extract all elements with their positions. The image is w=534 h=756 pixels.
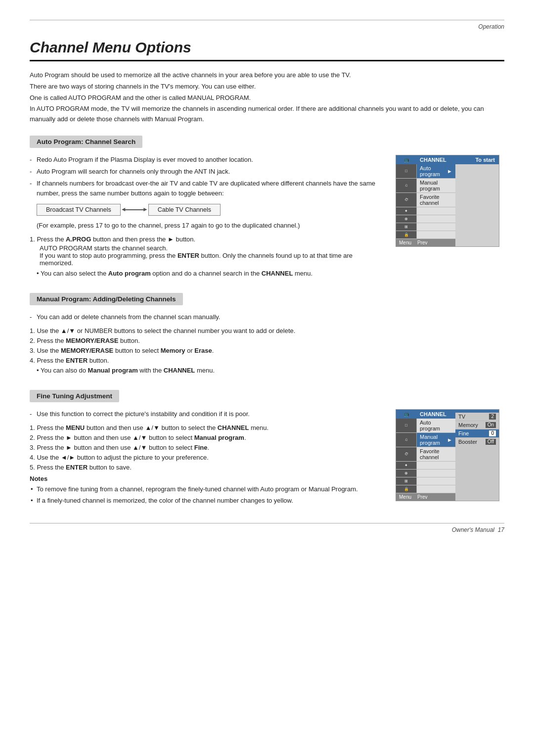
menu-left-2: 📺 CHANNEL □ Auto program xyxy=(396,410,455,501)
manual-program-item-2: Manual program ► xyxy=(417,433,455,447)
section1-header: Auto Program: Channel Search xyxy=(30,136,142,148)
intro-block: Auto Program should be used to memorize … xyxy=(30,70,504,125)
fine-step-4: 4. Use the ◄/► button to adjust the pict… xyxy=(30,454,384,461)
section1-content: Redo Auto Program if the Plasma Display … xyxy=(30,155,504,277)
section1-text: Redo Auto Program if the Plasma Display … xyxy=(30,155,384,277)
timer-icon-1: ⏱ xyxy=(396,193,417,207)
broadcast-tv-cell: Broadcast TV Channels xyxy=(37,204,121,216)
fine-step-5: 5. Press the ENTER button to save. xyxy=(30,464,384,471)
menu-footer-1: Menu Prev xyxy=(396,239,455,246)
num-1: 1. Press the A.PROG button and then pres… xyxy=(30,236,195,243)
sub-items: AUTO PROGRAM starts the channel search. … xyxy=(30,244,384,267)
menu-row-fav: ⏱ Favorite channel xyxy=(396,193,455,207)
menu-row-lock2: 🔒 xyxy=(396,485,455,493)
menu-items-1: □ Auto program ► ♫ xyxy=(396,164,455,239)
section3-menu-image: 📺 CHANNEL □ Auto program xyxy=(396,409,504,507)
pip-item-1 xyxy=(417,223,455,231)
special-item-1 xyxy=(417,207,455,215)
special-icon-2: ✦ xyxy=(396,462,417,469)
section-fine-tuning: Fine Tuning Adjustment Use this function… xyxy=(30,390,504,507)
fine-value: 0 xyxy=(489,430,496,436)
section1-bullets: Redo Auto Program if the Plasma Display … xyxy=(30,155,384,199)
channel-toggle-table: Broadcast TV Channels Cable TV Channels xyxy=(37,204,384,216)
auto-program-item-2: Auto program xyxy=(417,419,455,432)
lock-icon-2: 🔒 xyxy=(396,485,417,493)
tv-value: 2 xyxy=(489,414,496,420)
fav-channel-item: Favorite channel xyxy=(417,193,455,207)
manual-step-2: 2. Press the MEMORY/ERASE button. xyxy=(30,337,504,344)
screen-item-2 xyxy=(417,470,455,477)
fine-row: Fine 0 xyxy=(455,429,499,438)
booster-row: Booster Off xyxy=(455,438,499,446)
footer-italic: Owner's Manual xyxy=(452,526,494,533)
channel-label: CHANNEL xyxy=(417,155,455,164)
channel-icon: 📺 xyxy=(396,155,417,164)
fine-step-2: 2. Press the ► button and then use ▲/▼ b… xyxy=(30,434,384,441)
menu-row-special2: ✦ xyxy=(396,462,455,470)
timer-icon-2: ⏱ xyxy=(396,447,417,461)
bullet-1: Redo Auto Program if the Plasma Display … xyxy=(30,155,384,165)
menu-sidebar-2: 📺 CHANNEL □ Auto program xyxy=(396,410,455,501)
section3-numbered: 1. Press the MENU button and then use ▲/… xyxy=(30,424,384,471)
after-table-text: (For example, press 17 to go to the chan… xyxy=(37,221,384,231)
menu-row-screen2: ⊕ xyxy=(396,470,455,477)
manual-note: • You can also do Manual program with th… xyxy=(30,367,504,374)
menu-ui-1: 📺 CHANNEL □ xyxy=(396,155,499,247)
section3-text: Use this function to correct the picture… xyxy=(30,409,384,507)
intro-line-1: Auto Program should be used to memorize … xyxy=(30,70,504,81)
screen-icon-1: ⊕ xyxy=(396,215,417,223)
screen-item-1 xyxy=(417,215,455,223)
lock-item-2 xyxy=(417,485,455,493)
cable-tv-cell: Cable TV Channels xyxy=(148,204,221,216)
lock-icon-1: 🔒 xyxy=(396,231,417,238)
menu-ui-2: 📺 CHANNEL □ Auto program xyxy=(396,409,499,501)
menu-row-pip1: ⊞ xyxy=(396,223,455,231)
section1-menu-image: 📺 CHANNEL □ xyxy=(396,155,504,277)
sub-1: AUTO PROGRAM starts the channel search. xyxy=(40,244,384,252)
tv-label: TV xyxy=(458,414,465,420)
bullet-3: If channels numbers for broadcast over-t… xyxy=(30,179,384,198)
menu-row-auto2: □ Auto program xyxy=(396,419,455,433)
menu-footer-2: Menu Prev xyxy=(396,493,455,501)
menu-header-2: 📺 CHANNEL xyxy=(396,410,455,419)
prev-label-1: Prev xyxy=(417,240,428,245)
pip-icon-1: ⊞ xyxy=(396,223,417,231)
section2-content: You can add or delete channels from the … xyxy=(30,312,504,374)
fine-bullet-1: Use this function to correct the picture… xyxy=(30,409,384,419)
fine-step-3: 3. Press the ► button and then use ▲/▼ b… xyxy=(30,444,384,451)
sub-2: If you want to stop auto programming, pr… xyxy=(40,252,384,267)
fine-label: Fine xyxy=(458,430,469,436)
dot-bullet: • You can also select the Auto program o… xyxy=(37,270,312,277)
to-start-label: To start xyxy=(455,155,499,164)
tv-row: TV 2 xyxy=(455,413,499,421)
menu-right-panel-2: TV 2 Memory On Fine 0 Booster xyxy=(455,410,499,501)
footer-label: Owner's Manual 17 xyxy=(452,526,504,533)
menu-row-manual2: ♫ Manual program ► xyxy=(396,433,455,447)
section2-numbered: 1. Use the ▲/▼ or NUMBER buttons to sele… xyxy=(30,327,504,364)
notes-title: Notes xyxy=(30,475,384,482)
bullet-2: Auto Program will search for channels on… xyxy=(30,167,384,177)
section2-intro: You can add or delete channels from the … xyxy=(30,312,504,322)
bottom-rule xyxy=(30,523,504,523)
auto-program-note: • You can also select the Auto program o… xyxy=(30,270,384,277)
manual-step-4: 4. Press the ENTER button. xyxy=(30,357,504,364)
section2-bullets: You can add or delete channels from the … xyxy=(30,312,504,322)
footer: Owner's Manual 17 xyxy=(30,526,504,533)
note-2: If a finely-tuned channel is memorized, … xyxy=(30,496,384,506)
menu-sidebar-1: 📺 CHANNEL □ xyxy=(396,155,455,246)
menu-row-fav2: ⏱ Favorite channel xyxy=(396,447,455,462)
menu-row-auto: □ Auto program ► xyxy=(396,164,455,179)
section3-bullets: Use this function to correct the picture… xyxy=(30,409,384,419)
pic-icon-2: □ xyxy=(396,419,417,432)
prev-label-2: Prev xyxy=(417,494,428,500)
top-rule xyxy=(30,20,504,20)
screen-icon-2: ⊕ xyxy=(396,470,417,477)
lock-item-1 xyxy=(417,231,455,238)
menu-right-panel-1: To start xyxy=(455,155,499,246)
menu-row-lock1: 🔒 xyxy=(396,231,455,239)
section2-header: Manual Program: Adding/Deleting Channels xyxy=(30,293,183,305)
section3-content: Use this function to correct the picture… xyxy=(30,409,504,507)
sound-icon-1: ♫ xyxy=(396,179,417,192)
menu-label-1: Menu xyxy=(399,240,411,245)
pip-item-2 xyxy=(417,477,455,485)
